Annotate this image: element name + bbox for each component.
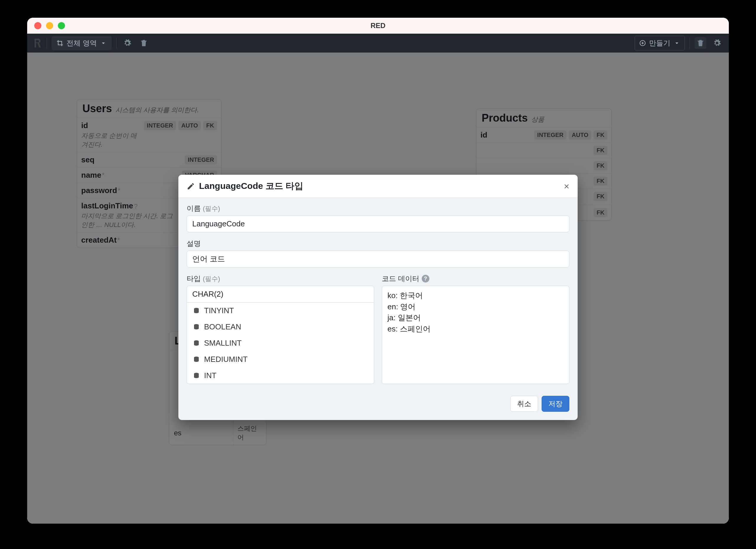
create-button[interactable]: 만들기 <box>635 36 685 51</box>
app-window: RED 전체 영역 만들기 <box>27 18 729 524</box>
maximize-window-button[interactable] <box>58 22 65 29</box>
gear-icon <box>123 39 131 47</box>
canvas[interactable]: Users 시스템의 사용자를 의미한다. id자동으로 순번이 매겨진다.IN… <box>27 53 729 524</box>
scope-label: 전체 영역 <box>66 38 97 48</box>
traffic-lights <box>34 22 65 29</box>
database-icon <box>193 307 200 314</box>
type-option[interactable]: MEDIUMINT <box>187 351 374 367</box>
database-icon <box>193 323 200 330</box>
type-option[interactable]: BOOLEAN <box>187 319 374 335</box>
code-data-textarea[interactable] <box>382 286 569 384</box>
close-window-button[interactable] <box>34 22 41 29</box>
settings-button[interactable] <box>121 37 133 49</box>
trash-icon <box>696 39 705 47</box>
crop-icon <box>56 40 63 47</box>
gear-icon <box>713 39 721 47</box>
database-icon <box>193 372 200 379</box>
titlebar: RED <box>27 18 729 34</box>
modal-header: LanguageCode 코드 타입 × <box>178 175 578 198</box>
desc-label: 설명 <box>187 239 569 248</box>
database-icon <box>193 356 200 363</box>
modal-title: LanguageCode 코드 타입 <box>199 180 303 192</box>
type-option[interactable]: TINYINT <box>187 302 374 319</box>
trash-icon <box>140 39 148 47</box>
help-icon[interactable]: ? <box>422 275 429 282</box>
cancel-button[interactable]: 취소 <box>510 396 538 412</box>
window-title: RED <box>371 22 386 30</box>
desc-input[interactable] <box>187 251 569 268</box>
modal-close-button[interactable]: × <box>564 182 569 191</box>
delete-button[interactable] <box>138 37 150 49</box>
pencil-icon <box>187 182 195 190</box>
toolbar: 전체 영역 만들기 <box>27 34 729 53</box>
plus-circle-icon <box>639 40 646 47</box>
settings-button-right[interactable] <box>711 37 723 49</box>
database-icon <box>193 340 200 347</box>
modal-footer: 취소 저장 <box>178 390 578 420</box>
name-label: 이름 (필수) <box>187 204 569 213</box>
type-option[interactable]: SMALLINT <box>187 335 374 351</box>
type-input[interactable] <box>187 286 374 302</box>
minimize-window-button[interactable] <box>46 22 53 29</box>
type-label: 타입 (필수) <box>187 274 374 283</box>
app-logo-icon <box>33 38 42 48</box>
chevron-down-icon <box>673 40 680 47</box>
create-label: 만들기 <box>649 38 670 48</box>
chevron-down-icon <box>100 40 107 47</box>
save-button[interactable]: 저장 <box>542 396 569 412</box>
scope-selector[interactable]: 전체 영역 <box>52 36 112 50</box>
name-input[interactable] <box>187 216 569 232</box>
delete-button-right[interactable] <box>695 37 706 49</box>
code-type-modal: LanguageCode 코드 타입 × 이름 (필수) 설명 <box>178 175 578 420</box>
type-suggestion-list: TINYINTBOOLEANSMALLINTMEDIUMINTINT <box>187 302 374 384</box>
code-data-label: 코드 데이터 ? <box>382 274 569 283</box>
type-option[interactable]: INT <box>187 367 374 384</box>
